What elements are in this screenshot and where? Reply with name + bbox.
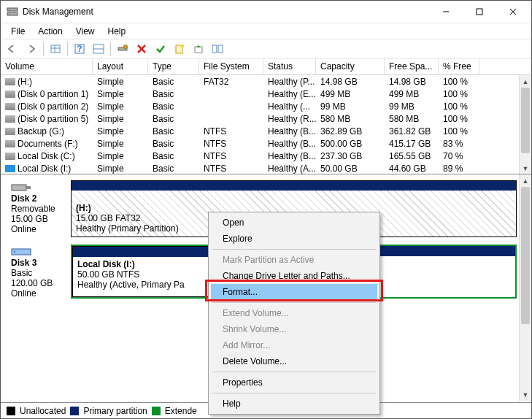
partition-size: 50.00 GB NTFS <box>77 269 210 280</box>
window-title: Disk Management <box>23 7 93 17</box>
view-icon[interactable] <box>47 41 64 57</box>
legend-swatch-primary <box>70 407 79 415</box>
table-row[interactable]: (H:)SimpleBasicFAT32Healthy (P...14.98 G… <box>1 75 531 88</box>
ctx-delete[interactable]: Delete Volume... <box>211 353 377 369</box>
volume-icon <box>5 115 15 123</box>
ctx-add-mirror: Add Mirror... <box>211 337 377 353</box>
scroll-thumb[interactable] <box>521 187 530 324</box>
col-volume[interactable]: Volume <box>1 59 93 74</box>
col-free[interactable]: Free Spa... <box>385 59 439 74</box>
volume-list: Volume Layout Type File System Status Ca… <box>1 59 531 174</box>
table-row[interactable]: (Disk 0 partition 1)SimpleBasicHealthy (… <box>1 88 531 100</box>
forward-icon[interactable] <box>23 41 40 57</box>
table-row[interactable]: Local Disk (C:)SimpleBasicNTFSHealthy (B… <box>1 150 531 162</box>
help-icon[interactable]: ? <box>71 41 88 57</box>
app-icon <box>7 6 18 18</box>
ctx-shrink: Shrink Volume... <box>211 321 377 337</box>
ctx-mark-active: Mark Partition as Active <box>211 252 377 268</box>
disk-size: 15.00 GB <box>11 214 66 224</box>
back-icon[interactable] <box>4 41 21 57</box>
basic-disk-icon <box>11 247 31 256</box>
maximize-button[interactable] <box>463 1 496 23</box>
menu-help[interactable]: Help <box>102 25 132 38</box>
title-bar: Disk Management <box>1 1 531 23</box>
delete-icon[interactable] <box>133 41 150 57</box>
minimize-button[interactable] <box>429 1 463 23</box>
volume-icon <box>5 140 15 147</box>
ctx-explore[interactable]: Explore <box>211 231 377 247</box>
check-icon[interactable] <box>152 41 169 57</box>
table-row[interactable]: Documents (F:)SimpleBasicNTFSHealthy (B.… <box>1 137 531 150</box>
menu-action[interactable]: Action <box>32 25 68 38</box>
list-header: Volume Layout Type File System Status Ca… <box>1 59 531 75</box>
toolbar: ? <box>1 39 531 59</box>
col-type[interactable]: Type <box>148 59 199 74</box>
disk-state: Online <box>11 288 66 299</box>
svg-rect-8 <box>51 45 60 53</box>
svg-point-2 <box>9 9 10 10</box>
col-capacity[interactable]: Capacity <box>316 59 385 74</box>
svg-text:?: ? <box>77 44 82 54</box>
disk-kind: Basic <box>11 268 66 278</box>
table-row[interactable]: (Disk 0 partition 5)SimpleBasicHealthy (… <box>1 112 531 125</box>
volume-icon <box>5 153 15 160</box>
volume-icon <box>5 103 15 110</box>
disk-scrollbar[interactable]: ▲ ▼ <box>519 174 531 401</box>
legend-extended: Extende <box>165 406 197 416</box>
partition-i[interactable]: Local Disk (I:) 50.00 GB NTFS Healthy (A… <box>72 246 215 297</box>
green-arrow-icon[interactable] <box>190 41 207 57</box>
partition-name: Local Disk (I:) <box>77 259 210 269</box>
legend-primary: Primary partition <box>83 406 147 416</box>
svg-rect-24 <box>12 185 26 191</box>
svg-rect-0 <box>7 8 18 11</box>
volume-icon <box>5 128 15 135</box>
svg-point-20 <box>181 45 184 47</box>
volume-icon <box>5 78 15 85</box>
layout-icon[interactable] <box>90 41 107 57</box>
col-filesystem[interactable]: File System <box>199 59 263 74</box>
svg-point-27 <box>14 251 15 253</box>
svg-rect-5 <box>477 9 482 15</box>
scroll-up-icon[interactable]: ▲ <box>520 174 531 187</box>
ctx-open[interactable]: Open <box>211 215 377 231</box>
scroll-down-icon[interactable]: ▼ <box>520 162 531 174</box>
ctx-change-drive-letter[interactable]: Change Drive Letter and Paths... <box>211 268 377 284</box>
scroll-down-icon[interactable]: ▼ <box>520 388 531 401</box>
menu-view[interactable]: View <box>70 25 101 38</box>
list-scrollbar[interactable]: ▲ ▼ <box>519 75 531 174</box>
volume-icon <box>5 91 15 98</box>
menu-file[interactable]: File <box>5 25 31 38</box>
scroll-thumb[interactable] <box>521 88 530 153</box>
settings-icon[interactable] <box>114 41 131 57</box>
new-icon[interactable] <box>171 41 188 57</box>
context-menu: Open Explore Mark Partition as Active Ch… <box>208 212 380 415</box>
svg-rect-23 <box>218 45 223 53</box>
partition-status: Healthy (Active, Primary Pa <box>77 280 210 290</box>
disk-kind: Removable <box>11 204 66 214</box>
svg-rect-25 <box>26 186 31 189</box>
volume-icon <box>5 165 15 172</box>
table-row[interactable]: Backup (G:)SimpleBasicNTFSHealthy (B...3… <box>1 125 531 137</box>
svg-rect-22 <box>212 45 217 53</box>
col-status[interactable]: Status <box>263 59 316 74</box>
disk-name: Disk 3 <box>11 258 66 268</box>
col-layout[interactable]: Layout <box>93 59 148 74</box>
col-pct[interactable]: % Free <box>439 59 479 74</box>
table-row[interactable]: Local Disk (I:)SimpleBasicNTFSHealthy (A… <box>1 162 531 174</box>
svg-rect-1 <box>7 12 18 15</box>
ctx-help[interactable]: Help <box>211 396 377 412</box>
disk-state: Online <box>11 224 66 234</box>
removable-disk-icon <box>11 183 31 192</box>
ctx-extend: Extend Volume... <box>211 305 377 321</box>
close-button[interactable] <box>496 1 530 23</box>
table-row[interactable]: (Disk 0 partition 2)SimpleBasicHealthy (… <box>1 100 531 112</box>
ctx-format[interactable]: Format... <box>211 284 377 300</box>
ctx-properties[interactable]: Properties <box>211 374 377 391</box>
legend-swatch-unallocated <box>7 407 15 415</box>
disk-size: 120.00 GB <box>11 278 66 288</box>
panel-icon[interactable] <box>209 41 226 57</box>
menu-bar: File Action View Help <box>1 23 531 39</box>
scroll-up-icon[interactable]: ▲ <box>520 75 531 88</box>
legend-unallocated: Unallocated <box>20 406 66 416</box>
svg-rect-21 <box>195 47 202 53</box>
